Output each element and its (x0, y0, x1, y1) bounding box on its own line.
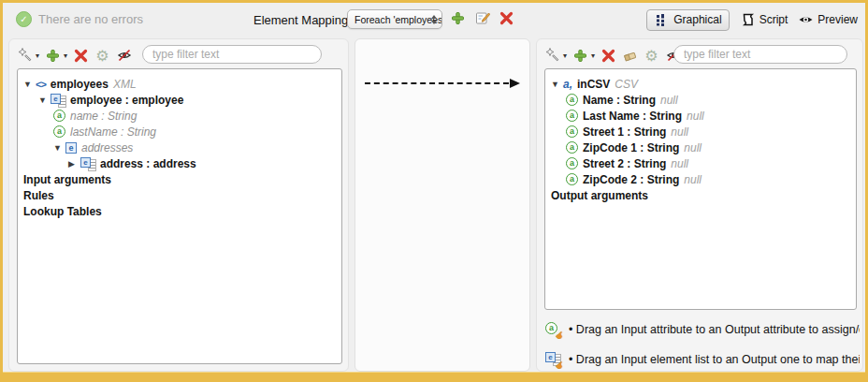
graphical-view-button[interactable]: Graphical (646, 9, 729, 31)
tree-item[interactable]: ▶eaddress : address (18, 155, 341, 171)
tree-item[interactable]: aZipCode 2 : Stringnull (545, 171, 856, 187)
tree-item-label: lastName : String (70, 125, 156, 139)
tree-item-label: employees (51, 78, 108, 91)
settings-icon[interactable]: ⚙ (644, 48, 659, 64)
delete-mapping-icon[interactable] (499, 10, 514, 26)
tree-item[interactable]: aName : Stringnull (545, 92, 856, 108)
menu-caret-icon[interactable]: ▾ (591, 51, 595, 60)
tree-item-label: Last Name : String (583, 110, 682, 123)
error-status: ✓ There are no errors (16, 11, 143, 27)
menu-caret-icon[interactable]: ▾ (563, 51, 567, 60)
erase-icon[interactable] (622, 48, 638, 64)
attribute-icon: a (53, 110, 65, 122)
tree-item[interactable]: ▼<>employeesXML (18, 76, 341, 92)
add-mapping-icon[interactable] (450, 10, 466, 26)
tree-item-label: ZipCode 1 : String (583, 141, 679, 154)
input-toolbar: ▾▾⚙ (17, 44, 132, 66)
magic-wand-icon[interactable] (17, 48, 33, 64)
output-filter-field[interactable] (673, 45, 847, 64)
attribute-icon: a (566, 157, 578, 169)
expand-arrow-icon[interactable]: ▶ (68, 159, 80, 169)
tree-item[interactable]: aZipCode 1 : Stringnull (545, 140, 856, 155)
collapse-arrow-icon[interactable]: ▼ (551, 80, 563, 89)
tree-item[interactable]: aname : String (18, 108, 341, 124)
tree-item-label: employee : employee (70, 94, 183, 107)
script-label: Script (760, 13, 788, 26)
output-tree: ▼a,inCSVCSVaName : StringnullaLast Name … (544, 68, 857, 310)
top-bar: ✓ There are no errors Element Mapping Fo… (3, 3, 865, 37)
xml-tag-icon: <> (36, 79, 46, 90)
select-stepper-icon (431, 15, 437, 24)
tree-item[interactable]: ▼eemployee : employee (18, 92, 341, 108)
drag-hint: a☛• Drag an Input attribute to an Output… (545, 320, 860, 339)
element-icon: e (65, 142, 77, 154)
tree-item-suffix: null (687, 110, 704, 123)
magic-wand-icon[interactable] (544, 48, 560, 64)
window-bottom-accent (3, 372, 865, 379)
input-panel: ▾▾⚙ ▼<>employeesXML▼eemployee : employee… (8, 38, 349, 372)
collapse-arrow-icon[interactable]: ▼ (53, 143, 65, 153)
preview-eye-icon (798, 12, 814, 28)
output-panel: ▾▾⚙ ▼a,inCSVCSVaName : StringnullaLast N… (536, 38, 863, 372)
delete-icon[interactable] (73, 48, 89, 64)
tree-item[interactable]: aStreet 1 : Stringnull (545, 124, 856, 140)
tree-item-suffix: null (684, 141, 702, 154)
output-toolbar: ▾▾⚙ (544, 44, 681, 66)
mapping-select[interactable]: Foreach 'employees' -> (347, 9, 442, 29)
graphical-icon (654, 12, 670, 28)
element-list-icon: e (51, 94, 66, 107)
tree-item[interactable]: alastName : String (18, 124, 341, 140)
tree-item-label: name : String (70, 110, 137, 123)
tree-item-label: Street 1 : String (583, 125, 666, 139)
collapse-arrow-icon[interactable]: ▼ (38, 96, 51, 105)
attribute-icon: a (53, 125, 65, 138)
tree-item[interactable]: aLast Name : Stringnull (545, 108, 856, 124)
edit-mapping-icon[interactable] (474, 10, 490, 26)
script-icon (740, 12, 756, 28)
tree-item[interactable]: Output arguments (545, 187, 856, 203)
tree-item[interactable]: Input arguments (18, 171, 341, 187)
hide-empty-icon[interactable] (116, 48, 132, 64)
attribute-drag-icon: a☛ (545, 322, 563, 338)
script-view-button[interactable]: Script (740, 12, 788, 28)
mapping-actions (450, 10, 514, 26)
mapping-editor-window: ✓ There are no errors Element Mapping Fo… (0, 0, 868, 382)
tree-item-label: addresses (81, 141, 133, 154)
tree-item-suffix: XML (113, 78, 137, 91)
tree-item-suffix: null (684, 173, 702, 186)
attribute-icon: a (566, 125, 578, 138)
tree-item[interactable]: Lookup Tables (18, 203, 341, 219)
menu-caret-icon[interactable]: ▾ (64, 51, 67, 60)
tree-item[interactable]: ▼eaddresses (18, 140, 341, 155)
attribute-icon: a (566, 141, 578, 154)
tree-item-label: Lookup Tables (23, 205, 102, 218)
tree-item-label: address : address (100, 157, 196, 170)
add-icon[interactable] (572, 48, 588, 64)
tree-item-suffix: CSV (615, 78, 638, 91)
element-list-icon: e (80, 157, 96, 170)
drag-hint-text: • Drag an Input element list to an Outpu… (569, 353, 860, 366)
tree-item-label: Name : String (583, 94, 656, 107)
input-filter-field[interactable] (142, 45, 322, 64)
attribute-group-icon: a, (563, 78, 572, 91)
no-errors-check-icon: ✓ (16, 11, 32, 27)
tree-item[interactable]: Rules (18, 187, 341, 203)
tree-item[interactable]: ▼a,inCSVCSV (545, 76, 856, 92)
tree-item-label: Street 2 : String (583, 157, 666, 170)
drag-hint: e☛• Drag an Input element list to an Out… (545, 350, 860, 369)
collapse-arrow-icon[interactable]: ▼ (23, 80, 36, 89)
preview-label: Preview (817, 13, 858, 26)
view-toggle: Graphical Script Preview (646, 8, 858, 31)
delete-icon[interactable] (600, 48, 616, 64)
input-tree: ▼<>employeesXML▼eemployee : employeeanam… (17, 68, 342, 364)
settings-icon[interactable]: ⚙ (94, 48, 110, 64)
preview-view-button[interactable]: Preview (798, 12, 858, 28)
menu-caret-icon[interactable]: ▾ (36, 51, 39, 60)
add-icon[interactable] (45, 48, 61, 64)
attribute-icon: a (566, 173, 578, 185)
mapping-select-value: Foreach 'employees' -> (348, 10, 441, 25)
tree-item-label: Output arguments (551, 189, 648, 202)
tree-item[interactable]: aStreet 2 : Stringnull (545, 155, 856, 171)
tree-item-suffix: null (671, 125, 688, 139)
attribute-icon: a (566, 110, 578, 122)
